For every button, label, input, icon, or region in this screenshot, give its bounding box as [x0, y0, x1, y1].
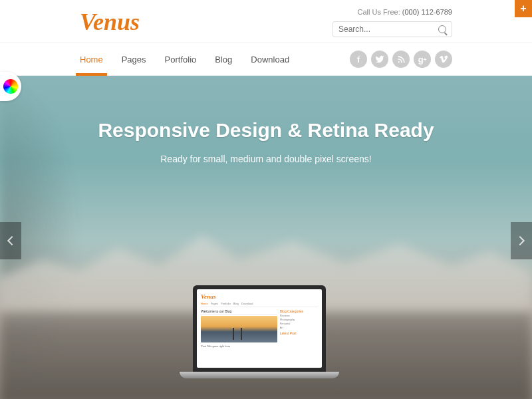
top-bar: Venus Call Us Free: (000) 112-6789	[0, 0, 532, 43]
slider-prev-button[interactable]	[0, 222, 21, 259]
call-us-text: Call Us Free: (000) 112-6789	[358, 8, 452, 16]
hero-slider: Responsive Design & Retina Ready Ready f…	[0, 76, 532, 399]
preview-sidebar-h2: Latest Post	[280, 331, 318, 335]
nav-blog[interactable]: Blog	[215, 44, 232, 75]
top-right: Call Us Free: (000) 112-6789	[332, 8, 452, 37]
hero-subtitle: Ready for small, medium and double pixel…	[0, 154, 532, 164]
social-icons: f g+	[350, 51, 452, 68]
svg-point-0	[398, 61, 399, 63]
search-input[interactable]	[338, 25, 438, 34]
nav-home[interactable]: Home	[80, 44, 103, 75]
search-icon[interactable]	[438, 25, 446, 33]
call-label: Call Us Free:	[358, 8, 402, 16]
laptop-display: Venus Home Pages Portfolio Blog Download…	[197, 289, 322, 368]
preview-image	[201, 316, 277, 342]
slider-next-button[interactable]	[511, 222, 532, 259]
rss-icon[interactable]	[392, 51, 410, 68]
hero-content: Responsive Design & Retina Ready Ready f…	[0, 119, 532, 164]
google-plus-icon[interactable]: g+	[414, 51, 431, 68]
site-logo[interactable]: Venus	[80, 8, 140, 36]
facebook-icon[interactable]: f	[350, 51, 367, 68]
search-box[interactable]	[332, 21, 452, 37]
nav-portfolio[interactable]: Portfolio	[165, 44, 197, 75]
color-wheel-icon	[3, 79, 18, 94]
nav-pages[interactable]: Pages	[122, 44, 146, 75]
preview-nav: Home Pages Portfolio Blog Download	[201, 302, 318, 307]
laptop-screen: Venus Home Pages Portfolio Blog Download…	[193, 285, 326, 372]
corner-badge[interactable]: +	[515, 0, 532, 17]
preview-sidebar-h1: Blog Categories	[280, 309, 318, 313]
laptop-base	[180, 372, 339, 378]
laptop-mockup: Venus Home Pages Portfolio Blog Download…	[193, 285, 339, 378]
chevron-left-icon	[7, 235, 17, 245]
preview-post-title: Post Title goes right here	[201, 344, 277, 348]
chevron-right-icon	[515, 235, 525, 245]
preview-logo: Venus	[201, 293, 318, 300]
hero-title: Responsive Design & Retina Ready	[0, 119, 532, 142]
preview-page-title: Welcome to our Blog	[201, 309, 277, 315]
twitter-icon[interactable]	[371, 51, 388, 68]
vimeo-icon[interactable]	[435, 51, 452, 68]
nav-bar: Home Pages Portfolio Blog Download f g+	[0, 43, 532, 76]
nav-download[interactable]: Download	[251, 44, 289, 75]
nav-links: Home Pages Portfolio Blog Download	[80, 44, 289, 75]
phone-number: (000) 112-6789	[402, 8, 452, 16]
